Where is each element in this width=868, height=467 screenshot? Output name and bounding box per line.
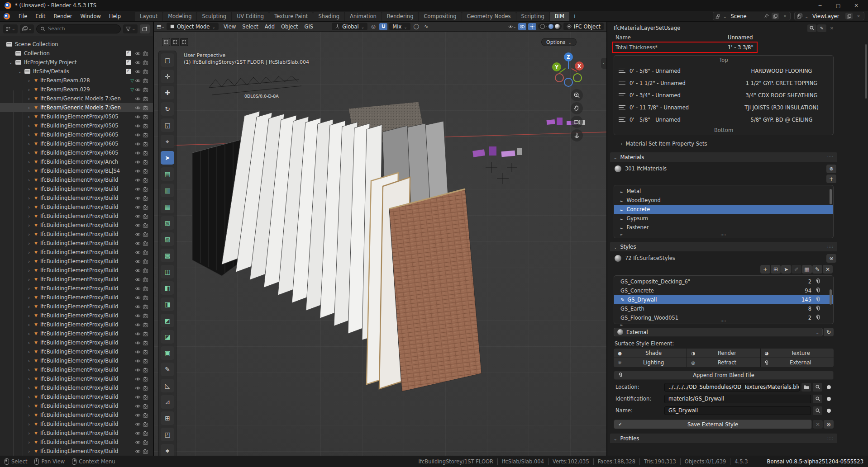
camera-render-icon[interactable] [142, 159, 149, 165]
outliner-object-row[interactable]: › ▼ IfcBuildingElementProxy/Build ▽ [0, 221, 153, 230]
workspace-tab[interactable]: Texture Paint [269, 12, 313, 21]
expand-arrow-icon[interactable]: › [28, 395, 34, 400]
expand-chevron-icon[interactable]: ⌄ [9, 60, 15, 65]
expand-arrow-icon[interactable]: › [28, 223, 34, 228]
style-list-item[interactable]: ✎ GS_Earth 8 [614, 304, 833, 313]
outliner-object-row[interactable]: › ▼ IfcBuildingElementProxy/Build ▽ [0, 401, 153, 410]
expand-arrow-icon[interactable]: › [28, 250, 34, 255]
clear-styles-button[interactable]: ⊗ [826, 254, 836, 263]
material-list-item[interactable]: WoodBeyond [614, 196, 833, 205]
expand-arrow-icon[interactable]: › [28, 169, 34, 174]
inspect-material-button[interactable] [807, 24, 816, 32]
eye-icon[interactable] [134, 430, 142, 436]
expand-arrow-icon[interactable]: › [28, 286, 34, 291]
search-icon[interactable] [813, 383, 822, 392]
expand-arrow-icon[interactable]: › [28, 196, 34, 201]
outliner-object-row[interactable]: › ▼ IfcBeam/Beam.029 ▽ [0, 85, 153, 94]
texture-button[interactable]: ◕Texture [761, 349, 834, 358]
camera-render-icon[interactable] [142, 340, 149, 346]
maximize-button[interactable]: ▢ [829, 0, 847, 10]
outliner-object-row[interactable]: › ▼ IfcBuildingElementProxy/Build ▽ [0, 248, 153, 257]
eye-icon[interactable] [134, 114, 142, 120]
overlays-toggle[interactable] [518, 23, 526, 30]
tool-bim-beam[interactable]: ▧ [161, 216, 174, 230]
tool-select-box[interactable]: ▢ [161, 53, 174, 67]
eye-icon[interactable] [134, 268, 142, 274]
camera-render-icon[interactable] [142, 132, 149, 138]
expand-arrow-icon[interactable]: › [28, 449, 34, 454]
shading-solid-button[interactable] [546, 26, 547, 27]
select-mode-extend[interactable] [171, 38, 179, 46]
axis-x-positive[interactable]: X [575, 61, 584, 71]
material-layer-row[interactable]: 0' - 3/4" - Unnamed 3/4" CDX ROOF SHEATH… [614, 89, 833, 101]
expand-arrow-icon[interactable] [620, 224, 626, 231]
eye-icon[interactable] [134, 340, 142, 346]
menu-item[interactable]: Window [76, 12, 105, 21]
viewport-menu[interactable]: Select [239, 23, 261, 31]
select-mode-subtract[interactable] [180, 38, 188, 46]
camera-render-icon[interactable] [142, 394, 149, 400]
new-viewlayer-button[interactable] [845, 13, 853, 19]
tool-rotate[interactable]: ↻ [161, 102, 174, 116]
options-dropdown[interactable]: Options [541, 38, 577, 46]
texture-style-button[interactable]: ▦ [802, 265, 812, 274]
search-input[interactable] [48, 26, 117, 32]
expand-arrow-icon[interactable] [620, 197, 626, 203]
camera-render-icon[interactable] [142, 114, 149, 120]
outliner-object-row[interactable]: › ▼ IfcBeam/Generic Models 7:Gen ▽ [0, 103, 153, 112]
tool-scale[interactable]: ◱ [161, 118, 174, 132]
decorator-dot-icon[interactable] [824, 383, 834, 392]
tool-bim-slab[interactable]: ▥ [161, 184, 174, 197]
outliner-object-row[interactable]: › ▼ IfcBuildingElementProxy/Build ▽ [0, 302, 153, 311]
eye-icon[interactable] [134, 331, 142, 337]
material-layer-row[interactable]: 0' - 1 1/2" - Unnamed 1 1/2" GYP. CRETE … [614, 77, 833, 89]
outliner-object-row[interactable]: › ▼ IfcBuildingElementProxy/Build ▽ [0, 392, 153, 401]
workspace-tab[interactable]: Animation [345, 12, 382, 21]
expand-arrow-icon[interactable]: › [28, 205, 34, 210]
expand-arrow-icon[interactable]: › [28, 132, 34, 137]
outliner-object-row[interactable]: › ▼ IfcBuildingElementProxy/Build ▽ [0, 275, 153, 284]
axis-x-negative[interactable] [555, 73, 564, 82]
eye-icon[interactable] [134, 376, 142, 382]
new-scene-button[interactable] [772, 13, 779, 19]
snap-magnet-toggle[interactable] [379, 23, 387, 30]
filter-funnel-dropdown[interactable] [123, 24, 138, 33]
outliner-display-mode-dropdown[interactable] [3, 24, 18, 33]
outliner-object-row[interactable]: › ▼ IfcBuildingElementProxy/Build ▽ [0, 410, 153, 420]
camera-render-icon[interactable] [142, 412, 149, 418]
tool-bim-roof[interactable]: ◧ [161, 281, 174, 295]
sidebar-collapse-arrow[interactable]: ‹ [601, 58, 606, 69]
expand-arrow-icon[interactable]: › [28, 114, 34, 119]
outliner-object-row[interactable]: › ▼ IfcBuildingElementProxy/0505 ▽ [0, 112, 153, 121]
camera-render-icon[interactable] [142, 304, 149, 310]
eye-icon[interactable] [134, 213, 142, 219]
viewport-menu[interactable]: Object [278, 23, 301, 31]
eye-icon[interactable] [134, 295, 142, 301]
viewlayer-selector[interactable]: ViewLayer ✕ [794, 12, 864, 20]
expand-arrow-icon[interactable]: › [28, 340, 34, 345]
camera-render-icon[interactable] [142, 430, 149, 436]
eye-icon[interactable] [134, 394, 142, 400]
shading-wireframe-button[interactable] [540, 24, 545, 29]
camera-render-icon[interactable] [142, 439, 149, 445]
drag-handle-icon[interactable]: ∷∷ [828, 155, 834, 160]
eye-icon[interactable] [134, 177, 142, 183]
eye-icon[interactable] [134, 277, 142, 283]
expand-arrow-icon[interactable]: › [28, 87, 34, 92]
workspace-tab[interactable]: Scripting [516, 12, 549, 21]
add-material-button[interactable]: + [826, 175, 836, 183]
expand-arrow-icon[interactable]: › [28, 232, 34, 237]
menu-item[interactable]: File [14, 12, 31, 21]
camera-render-icon[interactable] [142, 250, 149, 255]
outliner-object-row[interactable]: › ▼ IfcBuildingElementProxy/BL|S4 ▽ [0, 166, 153, 175]
outliner-object-row[interactable]: › ▼ IfcBuildingElementProxy/Build ▽ [0, 311, 153, 320]
outliner-object-row[interactable]: › ▼ IfcBuildingElementProxy/Build ▽ [0, 374, 153, 383]
cancel-save-button[interactable]: ✕ [813, 420, 823, 429]
camera-render-icon[interactable] [142, 222, 149, 228]
expand-arrow-icon[interactable] [620, 188, 626, 194]
eye-icon[interactable] [134, 448, 142, 454]
snap-with-dropdown[interactable]: Mix [389, 23, 410, 30]
zoom-button[interactable] [571, 89, 583, 101]
workspace-tab[interactable]: BIM [550, 12, 569, 21]
eye-icon[interactable] [134, 241, 142, 246]
